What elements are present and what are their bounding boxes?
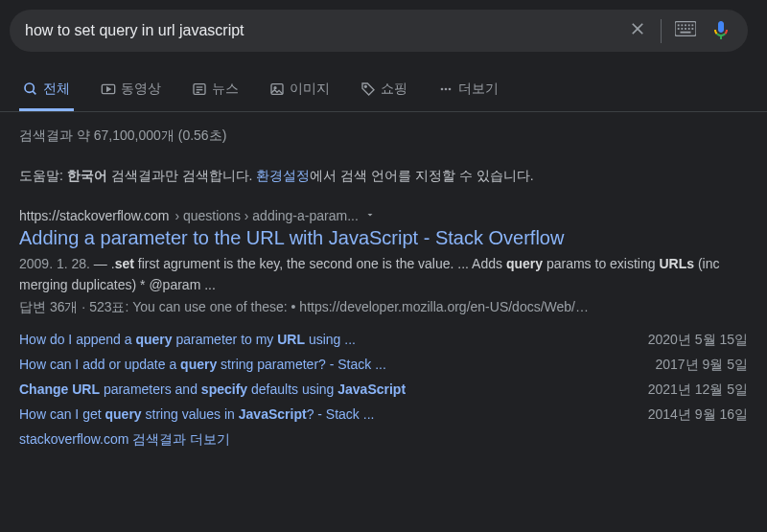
tab-images[interactable]: 이미지 bbox=[266, 69, 334, 111]
svg-rect-9 bbox=[688, 28, 690, 30]
mic-icon[interactable] bbox=[709, 18, 732, 44]
tab-label: 동영상 bbox=[121, 81, 161, 98]
tab-label: 더보기 bbox=[458, 81, 499, 98]
svg-rect-5 bbox=[691, 24, 693, 26]
svg-point-21 bbox=[364, 85, 366, 87]
tab-label: 전체 bbox=[43, 81, 70, 98]
result-snippet: 2009. 1. 28. — .set first agrument is th… bbox=[19, 253, 748, 295]
related-link[interactable]: How can I get query string values in Jav… bbox=[19, 406, 629, 422]
url-base: https://stackoverflow.com bbox=[19, 208, 169, 223]
svg-line-13 bbox=[33, 91, 35, 94]
snippet-bold: query bbox=[506, 256, 543, 271]
related-row: How can I get query string values in Jav… bbox=[19, 403, 748, 428]
search-icons bbox=[628, 18, 732, 44]
tab-videos[interactable]: 동영상 bbox=[97, 69, 165, 111]
svg-point-12 bbox=[25, 83, 34, 92]
related-row: How can I add or update a query string p… bbox=[19, 353, 748, 378]
content: 검색결과 약 67,100,000개 (0.56초) 도움말: 한국어 검색결과… bbox=[0, 112, 767, 468]
svg-rect-11 bbox=[681, 31, 691, 33]
tip-mid: 검색결과만 검색합니다. bbox=[107, 168, 257, 183]
tab-shopping[interactable]: 쇼핑 bbox=[357, 69, 411, 111]
svg-rect-1 bbox=[678, 24, 680, 26]
snippet-sep: — bbox=[90, 256, 111, 271]
snippet-bold: set bbox=[115, 256, 134, 271]
svg-point-20 bbox=[274, 87, 276, 89]
related-link[interactable]: Change URL parameters and specify defaul… bbox=[19, 382, 629, 397]
result-url[interactable]: https://stackoverflow.com › questions › … bbox=[19, 208, 748, 223]
snippet-text: first agrument is the key, the second on… bbox=[134, 256, 506, 271]
related-row: Change URL parameters and specify defaul… bbox=[19, 378, 748, 403]
tag-icon bbox=[360, 81, 376, 97]
search-tip: 도움말: 한국어 검색결과만 검색합니다. 환경설정에서 검색 언어를 지정할 … bbox=[19, 168, 748, 185]
clear-icon[interactable] bbox=[628, 19, 662, 43]
tab-label: 이미지 bbox=[290, 81, 330, 98]
related-date: 2020년 5월 15일 bbox=[648, 332, 748, 349]
svg-point-24 bbox=[449, 88, 452, 91]
tab-more[interactable]: 더보기 bbox=[434, 69, 502, 111]
search-bar bbox=[10, 10, 748, 52]
tip-prefix: 도움말: bbox=[19, 168, 67, 183]
result-title[interactable]: Adding a parameter to the URL with JavaS… bbox=[19, 227, 748, 249]
chevron-down-icon[interactable] bbox=[364, 208, 376, 223]
image-icon bbox=[269, 81, 285, 97]
snippet-text: params to existing bbox=[543, 256, 659, 271]
tab-all[interactable]: 전체 bbox=[19, 69, 74, 111]
more-results-link[interactable]: stackoverflow.com 검색결과 더보기 bbox=[19, 428, 748, 452]
svg-rect-3 bbox=[685, 24, 686, 26]
svg-rect-6 bbox=[678, 28, 680, 30]
result-meta: 답변 36개 · 523표: You can use one of these:… bbox=[19, 299, 748, 316]
svg-rect-8 bbox=[685, 28, 686, 30]
url-path: › questions › adding-a-param... bbox=[174, 208, 358, 223]
video-icon bbox=[101, 81, 116, 97]
svg-rect-4 bbox=[688, 24, 690, 26]
svg-point-23 bbox=[445, 88, 448, 91]
news-icon bbox=[192, 81, 207, 97]
related-date: 2014년 9월 16일 bbox=[648, 406, 748, 424]
tip-bold: 한국어 bbox=[67, 168, 107, 183]
snippet-bold: URLs bbox=[659, 256, 694, 271]
tab-label: 뉴스 bbox=[212, 81, 239, 98]
related-date: 2021년 12월 5일 bbox=[648, 382, 748, 399]
search-icon bbox=[23, 81, 38, 97]
tab-label: 쇼핑 bbox=[381, 81, 407, 98]
tip-suffix: 에서 검색 언어를 지정할 수 있습니다. bbox=[310, 168, 533, 183]
related-row: How do I append a query parameter to my … bbox=[19, 328, 748, 353]
more-icon bbox=[438, 81, 453, 97]
related-link[interactable]: How can I add or update a query string p… bbox=[19, 357, 637, 372]
results-stats: 검색결과 약 67,100,000개 (0.56초) bbox=[19, 127, 748, 145]
related-date: 2017년 9월 5일 bbox=[656, 357, 749, 374]
svg-rect-2 bbox=[681, 24, 683, 26]
keyboard-icon[interactable] bbox=[675, 21, 696, 41]
related-link[interactable]: How do I append a query parameter to my … bbox=[19, 332, 629, 347]
search-tabs: 전체 동영상 뉴스 이미지 쇼핑 더보기 bbox=[0, 69, 767, 112]
search-result: https://stackoverflow.com › questions › … bbox=[19, 208, 748, 452]
search-input[interactable] bbox=[25, 22, 628, 39]
tab-news[interactable]: 뉴스 bbox=[188, 69, 243, 111]
settings-link[interactable]: 환경설정 bbox=[256, 168, 310, 183]
svg-rect-7 bbox=[681, 28, 683, 30]
svg-rect-10 bbox=[691, 28, 693, 30]
result-date: 2009. 1. 28. bbox=[19, 256, 90, 271]
svg-point-22 bbox=[441, 88, 444, 91]
